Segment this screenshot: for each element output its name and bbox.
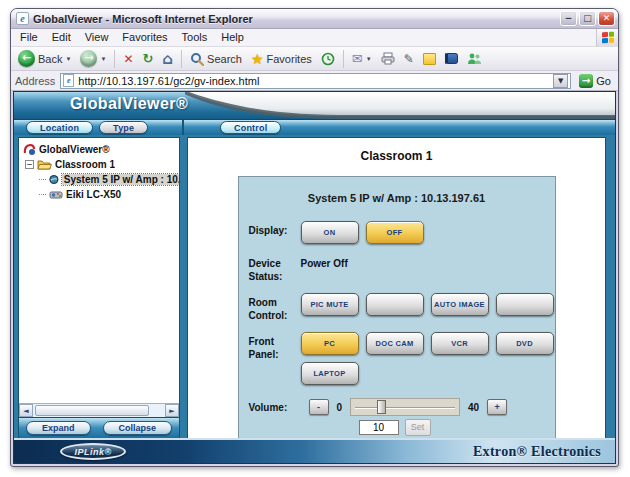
front-panel-row: Front Panel: PC DOC CAM VCR DVD LAPTOP <box>239 327 555 390</box>
app-title: GlobalViewer® <box>70 95 188 113</box>
tree-item-eiki-label: Eiki LC-X50 <box>66 189 121 200</box>
menu-tools[interactable]: Tools <box>175 29 215 46</box>
back-icon: ← <box>18 50 35 67</box>
toolbar-separator <box>343 50 344 68</box>
room-control-blank-button-2[interactable] <box>496 293 554 316</box>
ie-logo-icon: e <box>16 12 29 25</box>
title-bar: e GlobalViewer - Microsoft Internet Expl… <box>11 9 618 29</box>
close-button[interactable]: ✕ <box>598 11 615 26</box>
go-button[interactable]: → Go <box>576 74 614 88</box>
tree-folder-classroom1[interactable]: − Classroom 1 <box>23 157 179 171</box>
display-label: Display: <box>249 221 301 238</box>
volume-down-button[interactable]: - <box>309 399 329 415</box>
volume-set-line: Set <box>239 419 555 436</box>
volume-min-label: 0 <box>337 402 343 413</box>
input-dvd-button[interactable]: DVD <box>496 332 554 355</box>
input-laptop-button[interactable]: LAPTOP <box>301 362 359 385</box>
scrollbar-track[interactable] <box>33 404 165 417</box>
favorites-button[interactable]: ★ Favorites <box>248 51 315 67</box>
input-pc-button[interactable]: PC <box>301 332 359 355</box>
tree-item-eiki[interactable]: Eiki LC-X50 <box>39 187 179 201</box>
book-icon <box>445 53 458 64</box>
room-title: Classroom 1 <box>188 149 605 163</box>
print-button[interactable] <box>378 51 398 66</box>
stop-button[interactable]: ✕ <box>120 52 136 66</box>
menu-help[interactable]: Help <box>214 29 251 46</box>
screen: e GlobalViewer - Microsoft Internet Expl… <box>0 0 630 477</box>
room-control-label: Room Control: <box>249 293 301 322</box>
messenger-button[interactable] <box>464 51 485 66</box>
history-button[interactable] <box>318 51 338 67</box>
discuss-button[interactable] <box>420 52 439 66</box>
edit-button[interactable]: ✎ <box>401 52 417 66</box>
input-vcr-button[interactable]: VCR <box>431 332 489 355</box>
volume-value-input[interactable] <box>359 420 399 435</box>
forward-button[interactable]: → ▼ <box>77 49 109 68</box>
tab-location[interactable]: Location <box>26 121 93 134</box>
tab-type[interactable]: Type <box>99 121 148 134</box>
menu-file[interactable]: File <box>13 29 45 46</box>
address-url: http://10.13.197.61/gc2/gv-index.html <box>78 75 549 87</box>
display-off-button[interactable]: OFF <box>366 221 424 244</box>
tree-item-system5[interactable]: System 5 IP w/ Amp : 10.13.197. <box>39 172 179 186</box>
back-button[interactable]: ← Back ▼ <box>15 49 74 68</box>
volume-slider-thumb[interactable] <box>377 400 386 414</box>
device-tree: GlobalViewer® − Classroom 1 <box>19 138 179 403</box>
tree-root[interactable]: GlobalViewer® <box>23 142 179 156</box>
menu-bar: File Edit View Favorites Tools Help <box>11 29 618 47</box>
menu-edit[interactable]: Edit <box>45 29 78 46</box>
maximize-button[interactable]: □ <box>579 11 596 26</box>
tree-horizontal-scrollbar[interactable]: ◄ ► <box>19 403 179 417</box>
device-title: System 5 IP w/ Amp : 10.13.197.61 <box>239 177 555 216</box>
tree-connector <box>39 179 46 180</box>
research-button[interactable] <box>442 52 461 65</box>
menu-favorites[interactable]: Favorites <box>115 29 174 46</box>
mail-button[interactable]: ✉ ▼ <box>349 51 375 66</box>
minimize-button[interactable]: − <box>560 11 577 26</box>
scroll-left-arrow[interactable]: ◄ <box>19 404 33 417</box>
address-input[interactable]: e http://10.13.197.61/gc2/gv-index.html … <box>60 73 571 89</box>
windows-logo-icon <box>596 29 618 47</box>
tree-folder-label: Classroom 1 <box>55 159 115 170</box>
search-button[interactable]: Search <box>187 51 245 67</box>
auto-image-button[interactable]: AUTO IMAGE <box>431 293 489 316</box>
folder-icon <box>37 159 52 170</box>
expand-button[interactable]: Expand <box>26 421 91 435</box>
toolbar-separator <box>114 50 115 68</box>
device-status-value: Power Off <box>301 254 348 269</box>
address-label: Address <box>15 75 55 87</box>
toolbar-separator <box>181 50 182 68</box>
front-panel-label: Front Panel: <box>249 332 301 361</box>
refresh-button[interactable]: ↻ <box>139 51 156 66</box>
volume-up-button[interactable]: + <box>487 399 507 415</box>
search-icon <box>190 52 204 66</box>
device-status-row: Device Status: Power Off <box>239 249 555 288</box>
tab-control[interactable]: Control <box>220 121 281 134</box>
display-on-button[interactable]: ON <box>301 221 359 244</box>
home-button[interactable]: ⌂ <box>159 51 176 67</box>
tab-row: Location Type Control <box>14 119 615 135</box>
go-arrow-icon: → <box>579 74 593 88</box>
address-bar: Address e http://10.13.197.61/gc2/gv-ind… <box>11 71 618 91</box>
app-banner: GlobalViewer® <box>14 92 615 119</box>
mail-icon: ✉ <box>352 52 363 65</box>
collapse-toggle-icon[interactable]: − <box>25 160 34 169</box>
control-panel: Classroom 1 System 5 IP w/ Amp : 10.13.1… <box>187 137 606 438</box>
history-icon <box>321 52 335 66</box>
volume-set-button[interactable]: Set <box>405 419 431 436</box>
pic-mute-button[interactable]: PIC MUTE <box>301 293 359 316</box>
tree-item-system5-label: System 5 IP w/ Amp : 10.13.197. <box>62 174 179 185</box>
room-control-blank-button-1[interactable] <box>366 293 424 316</box>
scroll-right-arrow[interactable]: ► <box>165 404 179 417</box>
volume-slider[interactable] <box>350 398 460 416</box>
menu-view[interactable]: View <box>78 29 116 46</box>
scrollbar-thumb[interactable] <box>35 405 149 416</box>
tree-root-label: GlobalViewer® <box>39 144 110 155</box>
collapse-button[interactable]: Collapse <box>103 421 173 435</box>
discuss-note-icon <box>423 53 436 65</box>
address-dropdown-button[interactable]: ▼ <box>553 74 568 88</box>
input-doc-cam-button[interactable]: DOC CAM <box>366 332 424 355</box>
volume-slider-groove <box>355 407 455 409</box>
tree-connector <box>39 194 46 195</box>
globalviewer-logo-icon <box>23 143 36 156</box>
